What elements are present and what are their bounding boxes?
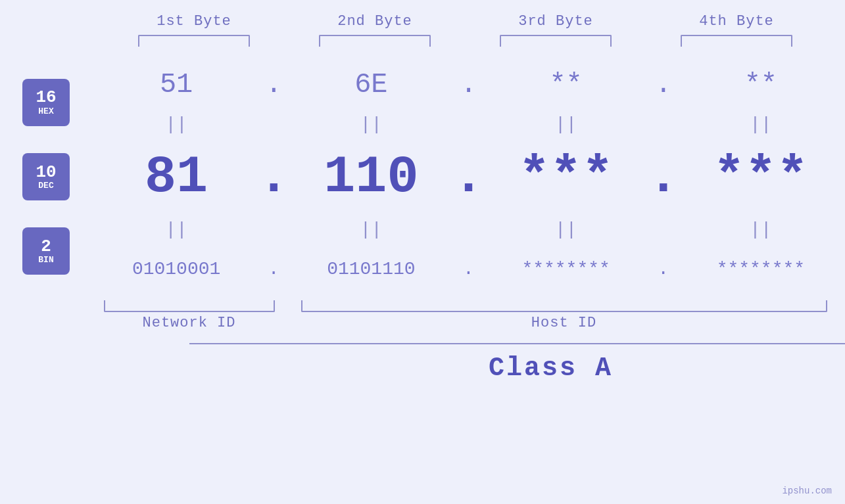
content-area: 16 HEX 10 DEC 2 BIN 51 . xyxy=(0,58,845,295)
top-brackets xyxy=(104,35,827,47)
hex-value-4: ** xyxy=(744,69,777,101)
bin-badge: 2 BIN xyxy=(22,227,70,275)
bracket-cell-3 xyxy=(466,35,646,47)
bottom-brackets xyxy=(104,300,827,312)
hex-cell-1: 51 xyxy=(92,69,260,101)
dec-cell-4: *** xyxy=(677,147,845,207)
byte-label-1: 1st Byte xyxy=(104,13,285,30)
dec-row: 81 . 110 . *** . *** xyxy=(92,137,845,216)
bin-value-4: ******** xyxy=(717,259,805,279)
hex-dot-1: . xyxy=(260,69,287,101)
dec-dot-1: . xyxy=(260,147,287,207)
dec-cell-1: 81 xyxy=(92,147,260,207)
dec-cell-2: 110 xyxy=(287,147,455,207)
hex-value-2: 6E xyxy=(354,69,387,101)
bin-value-2: 01101110 xyxy=(327,259,415,279)
bin-badge-label: BIN xyxy=(38,256,53,265)
dec-cell-3: *** xyxy=(482,147,650,207)
top-bracket-1 xyxy=(138,35,250,47)
hex-value-3: ** xyxy=(549,69,582,101)
equals-1-3: || xyxy=(482,114,650,135)
bin-cell-3: ******** xyxy=(482,259,650,279)
dec-badge-num: 10 xyxy=(36,163,56,182)
hex-badge-num: 16 xyxy=(36,88,56,107)
hex-cell-2: 6E xyxy=(287,69,455,101)
equals-2-1: || xyxy=(92,219,260,240)
bin-dot-3: . xyxy=(650,259,677,279)
hex-badge-label: HEX xyxy=(38,107,53,116)
bracket-cell-2 xyxy=(285,35,466,47)
hex-cell-4: ** xyxy=(677,69,845,101)
equals-1-2: || xyxy=(287,114,455,135)
byte-labels-row: 1st Byte 2nd Byte 3rd Byte 4th Byte xyxy=(104,13,827,30)
equals-row-2: || || || || xyxy=(92,216,845,242)
hex-cell-3: ** xyxy=(482,69,650,101)
network-bracket xyxy=(104,300,275,312)
bin-row: 01010001 . 01101110 . ******** . xyxy=(92,242,845,295)
equals-2-4: || xyxy=(677,219,845,240)
bin-value-3: ******** xyxy=(521,259,610,279)
data-rows: 51 . 6E . ** . ** xyxy=(92,58,845,295)
top-bracket-3 xyxy=(500,35,612,47)
dec-value-1: 81 xyxy=(145,147,208,207)
hex-value-1: 51 xyxy=(160,69,193,101)
bracket-cell-1 xyxy=(104,35,285,47)
bin-cell-2: 01101110 xyxy=(287,259,455,279)
bin-cell-4: ******** xyxy=(677,259,845,279)
bottom-labels: Network ID Host ID xyxy=(104,315,827,331)
byte-label-3: 3rd Byte xyxy=(466,13,646,30)
bin-dot-1: . xyxy=(260,259,287,279)
class-label: Class A xyxy=(489,354,613,383)
host-id-label: Host ID xyxy=(301,315,827,331)
dec-badge: 10 DEC xyxy=(22,153,70,200)
dec-badge-label: DEC xyxy=(38,181,53,191)
hex-dot-2: . xyxy=(456,69,482,101)
dec-value-2: 110 xyxy=(324,147,418,207)
dec-dot-3: . xyxy=(650,147,677,207)
main-container: 1st Byte 2nd Byte 3rd Byte 4th Byte 16 H… xyxy=(0,0,845,504)
bracket-cell-4 xyxy=(646,35,827,47)
host-bracket xyxy=(301,300,827,312)
dec-value-4: *** xyxy=(713,147,808,207)
equals-2-3: || xyxy=(482,219,650,240)
class-bar: Class A xyxy=(189,343,846,383)
top-bracket-2 xyxy=(319,35,431,47)
bin-badge-num: 2 xyxy=(41,237,51,256)
equals-2-2: || xyxy=(287,219,455,240)
equals-1-4: || xyxy=(677,114,845,135)
bin-dot-2: . xyxy=(456,259,482,279)
watermark: ipshu.com xyxy=(782,486,832,496)
equals-row-1: || || || || xyxy=(92,111,845,137)
hex-badge: 16 HEX xyxy=(22,79,70,126)
bin-cell-1: 01010001 xyxy=(92,259,260,279)
network-id-label: Network ID xyxy=(104,315,275,331)
top-bracket-4 xyxy=(681,35,792,47)
badges-column: 16 HEX 10 DEC 2 BIN xyxy=(0,58,92,295)
dec-dot-2: . xyxy=(456,147,482,207)
byte-label-2: 2nd Byte xyxy=(285,13,466,30)
bottom-section: Network ID Host ID Class A xyxy=(104,300,827,383)
equals-1-1: || xyxy=(92,114,260,135)
dec-value-3: *** xyxy=(519,147,614,207)
hex-dot-3: . xyxy=(650,69,677,101)
hex-row: 51 . 6E . ** . ** xyxy=(92,58,845,111)
bin-value-1: 01010001 xyxy=(132,259,220,279)
byte-label-4: 4th Byte xyxy=(646,13,827,30)
